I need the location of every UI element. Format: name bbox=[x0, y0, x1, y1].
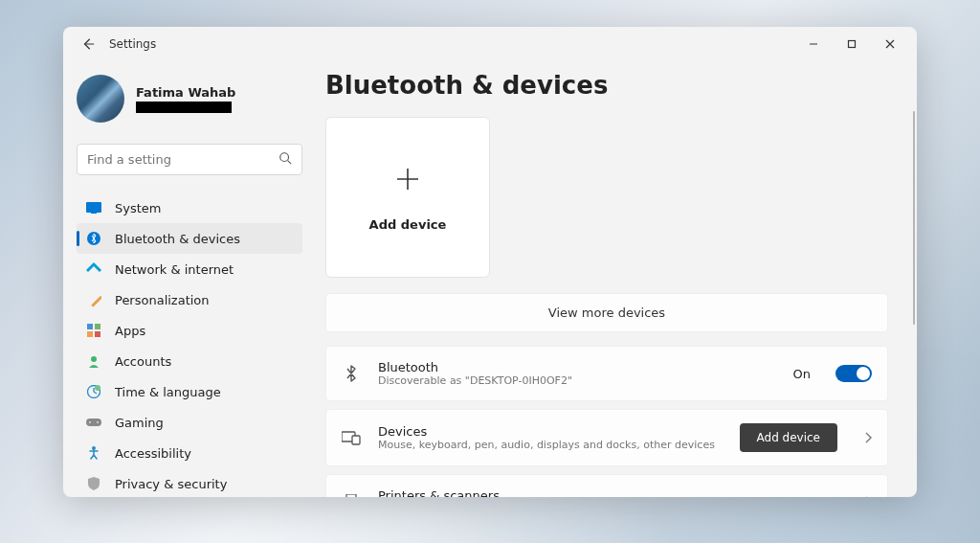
bluetooth-row-text: Bluetooth Discoverable as "DESKTOP-0IH0O… bbox=[378, 360, 776, 387]
accessibility-icon bbox=[86, 445, 101, 461]
nav-label: Network & internet bbox=[115, 262, 234, 277]
sidebar-item-apps[interactable]: Apps bbox=[77, 315, 302, 346]
svg-rect-2 bbox=[86, 202, 101, 213]
nav-label: Apps bbox=[115, 324, 145, 338]
sidebar-item-network[interactable]: Network & internet bbox=[77, 254, 302, 284]
sidebar-item-privacy[interactable]: Privacy & security bbox=[77, 468, 302, 497]
svg-rect-8 bbox=[87, 331, 93, 337]
arrow-left-icon bbox=[81, 37, 95, 51]
scrollbar[interactable] bbox=[913, 111, 915, 325]
sidebar-item-time-language[interactable]: Time & language bbox=[77, 376, 302, 407]
printers-row-icon bbox=[342, 492, 361, 497]
svg-rect-7 bbox=[95, 324, 100, 329]
back-button[interactable] bbox=[78, 34, 98, 54]
sidebar-item-bluetooth[interactable]: Bluetooth & devices bbox=[77, 223, 302, 254]
svg-rect-0 bbox=[849, 41, 856, 48]
printers-row-text: Printers & scanners Preferences, trouble… bbox=[378, 488, 847, 497]
bluetooth-toggle[interactable] bbox=[835, 365, 872, 382]
avatar bbox=[77, 75, 124, 123]
apps-icon bbox=[86, 323, 101, 338]
svg-rect-6 bbox=[87, 324, 93, 329]
profile-card[interactable]: Fatima Wahab bbox=[77, 71, 302, 126]
system-icon bbox=[86, 200, 101, 215]
chevron-right-icon bbox=[864, 493, 872, 498]
devices-subtitle: Mouse, keyboard, pen, audio, displays an… bbox=[378, 439, 723, 451]
bluetooth-toggle-state: On bbox=[793, 367, 811, 381]
page-title: Bluetooth & devices bbox=[325, 71, 888, 100]
devices-row-icon bbox=[342, 428, 361, 447]
chevron-right-icon bbox=[864, 429, 872, 447]
gaming-icon bbox=[86, 415, 101, 430]
nav-label: Accounts bbox=[115, 354, 171, 369]
titlebar: Settings bbox=[63, 27, 917, 61]
nav-label: Gaming bbox=[115, 416, 164, 430]
plus-icon bbox=[394, 164, 421, 200]
devices-row[interactable]: Devices Mouse, keyboard, pen, audio, dis… bbox=[325, 409, 888, 466]
search-icon bbox=[278, 150, 292, 169]
printers-row[interactable]: Printers & scanners Preferences, trouble… bbox=[325, 474, 888, 497]
search-box[interactable] bbox=[77, 144, 302, 175]
svg-rect-13 bbox=[86, 419, 101, 426]
svg-rect-9 bbox=[95, 331, 100, 337]
maximize-icon bbox=[847, 39, 857, 49]
nav: System Bluetooth & devices Network & int… bbox=[77, 192, 302, 497]
svg-rect-19 bbox=[346, 494, 356, 497]
nav-label: Bluetooth & devices bbox=[115, 232, 240, 246]
add-device-button[interactable]: Add device bbox=[740, 423, 837, 452]
main-content: Bluetooth & devices Add device View more… bbox=[316, 61, 917, 497]
personalization-icon bbox=[86, 292, 101, 307]
close-button[interactable] bbox=[871, 32, 909, 57]
view-more-devices-link[interactable]: View more devices bbox=[325, 293, 888, 332]
nav-label: System bbox=[115, 201, 161, 215]
profile-name: Fatima Wahab bbox=[136, 85, 235, 100]
devices-row-text: Devices Mouse, keyboard, pen, audio, dis… bbox=[378, 424, 723, 451]
sidebar-item-personalization[interactable]: Personalization bbox=[77, 284, 302, 315]
sidebar-item-accessibility[interactable]: Accessibility bbox=[77, 438, 302, 468]
add-device-tile-label: Add device bbox=[369, 217, 447, 232]
nav-label: Privacy & security bbox=[115, 477, 227, 491]
devices-title: Devices bbox=[378, 424, 723, 439]
accounts-icon bbox=[86, 353, 101, 369]
svg-point-15 bbox=[97, 421, 99, 423]
nav-label: Personalization bbox=[115, 293, 210, 307]
bluetooth-title: Bluetooth bbox=[378, 360, 776, 374]
search-input[interactable] bbox=[87, 152, 278, 167]
bluetooth-subtitle: Discoverable as "DESKTOP-0IH0OF2" bbox=[378, 374, 776, 387]
bluetooth-row-icon bbox=[342, 364, 361, 383]
svg-point-1 bbox=[280, 153, 289, 162]
nav-label: Time & language bbox=[115, 385, 221, 399]
minimize-button[interactable] bbox=[794, 32, 833, 57]
time-icon bbox=[86, 384, 101, 399]
settings-window: Settings Fatima Wahab bbox=[63, 27, 917, 497]
privacy-icon bbox=[86, 476, 101, 491]
window-title: Settings bbox=[109, 37, 794, 51]
sidebar-item-system[interactable]: System bbox=[77, 192, 302, 223]
svg-rect-18 bbox=[352, 436, 360, 444]
window-controls bbox=[794, 32, 909, 57]
svg-rect-5 bbox=[91, 296, 101, 307]
close-icon bbox=[885, 39, 895, 49]
bluetooth-row[interactable]: Bluetooth Discoverable as "DESKTOP-0IH0O… bbox=[325, 346, 888, 401]
maximize-button[interactable] bbox=[833, 32, 871, 57]
window-body: Fatima Wahab System Bluetooth & devices bbox=[63, 61, 917, 497]
network-icon bbox=[86, 261, 101, 277]
sidebar-item-accounts[interactable]: Accounts bbox=[77, 346, 302, 376]
bluetooth-icon bbox=[86, 231, 101, 246]
nav-label: Accessibility bbox=[115, 446, 191, 461]
add-device-tile[interactable]: Add device bbox=[325, 117, 490, 278]
profile-email-redacted bbox=[136, 102, 232, 113]
svg-point-14 bbox=[89, 421, 91, 423]
printers-title: Printers & scanners bbox=[378, 488, 847, 497]
view-more-label: View more devices bbox=[548, 305, 665, 320]
svg-point-10 bbox=[91, 356, 97, 362]
profile-text: Fatima Wahab bbox=[136, 85, 235, 113]
sidebar: Fatima Wahab System Bluetooth & devices bbox=[63, 61, 316, 497]
svg-rect-3 bbox=[91, 213, 97, 214]
svg-point-12 bbox=[95, 385, 100, 391]
minimize-icon bbox=[809, 39, 818, 49]
sidebar-item-gaming[interactable]: Gaming bbox=[77, 407, 302, 438]
